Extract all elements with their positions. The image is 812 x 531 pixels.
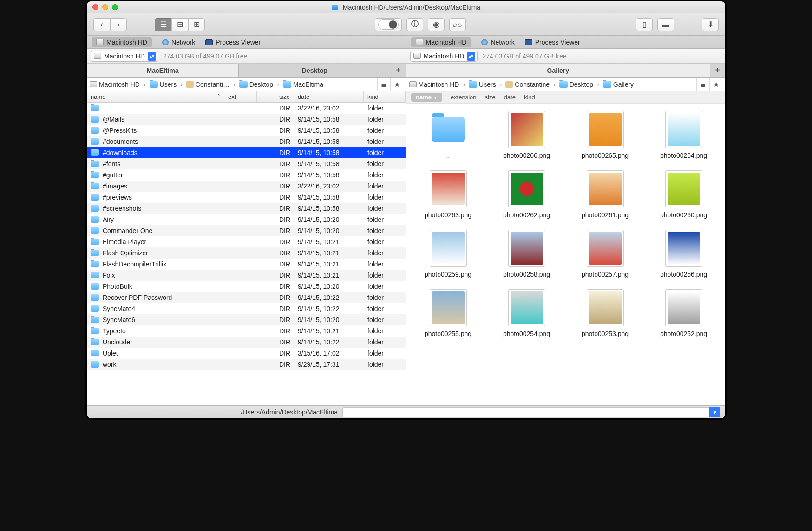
- source-process-viewer-right[interactable]: Process Viewer: [525, 39, 580, 46]
- file-row[interactable]: Elmedia PlayerDIR9/14/15, 10:21folder: [87, 236, 406, 247]
- source-macintosh-hd-right[interactable]: Macintosh HD: [411, 37, 471, 47]
- gallery-item[interactable]: ..: [411, 111, 485, 159]
- file-row[interactable]: #documentsDIR9/14/15, 10:58folder: [87, 136, 406, 147]
- sort-name-pill[interactable]: name▼: [411, 93, 442, 102]
- tab-maceltima[interactable]: MacEltima: [87, 64, 239, 77]
- gallery-item[interactable]: photo00262.png: [490, 170, 563, 219]
- file-row[interactable]: FolxDIR9/14/15, 10:21folder: [87, 270, 406, 281]
- source-macintosh-hd-left[interactable]: Macintosh HD: [92, 37, 152, 47]
- gallery-item[interactable]: photo00265.png: [568, 111, 642, 159]
- file-row[interactable]: #gutterDIR9/14/15, 10:58folder: [87, 169, 406, 181]
- favorite-toggle[interactable]: ★: [390, 78, 403, 91]
- volume-select-right[interactable]: Macintosh HD ▴▾: [410, 51, 478, 62]
- breadcrumb-item[interactable]: Constantine: [505, 81, 550, 88]
- gallery-item[interactable]: photo00253.png: [568, 289, 642, 337]
- add-tab-right[interactable]: +: [710, 64, 725, 77]
- source-network-right[interactable]: Network: [481, 39, 514, 46]
- file-row[interactable]: TypeetoDIR9/14/15, 10:21folder: [87, 325, 406, 337]
- toggle-switch[interactable]: [375, 18, 402, 31]
- file-row[interactable]: ..DIR3/22/16, 23:02folder: [87, 103, 406, 114]
- breadcrumb-item[interactable]: Desktop: [559, 81, 593, 88]
- file-row[interactable]: PhotoBulkDIR9/14/15, 10:20folder: [87, 281, 406, 292]
- preview-button[interactable]: ◉: [428, 18, 445, 31]
- gallery-item-label: photo00264.png: [660, 152, 707, 159]
- file-row[interactable]: #imagesDIR3/22/16, 23:02folder: [87, 181, 406, 192]
- nav-forward-button[interactable]: ›: [110, 18, 127, 31]
- view-list-button[interactable]: ☰: [155, 18, 171, 31]
- breadcrumb-item[interactable]: Users: [150, 81, 177, 88]
- gallery-item[interactable]: photo00258.png: [490, 230, 563, 278]
- gallery-item[interactable]: photo00260.png: [647, 170, 720, 219]
- path-dropdown-button[interactable]: ▼: [709, 407, 720, 417]
- tab-desktop[interactable]: Desktop: [239, 64, 391, 77]
- file-row[interactable]: #screenshotsDIR9/14/15, 10:58folder: [87, 203, 406, 214]
- gallery-item[interactable]: photo00252.png: [647, 289, 720, 337]
- breadcrumb-item[interactable]: Macintosh HD: [409, 81, 459, 88]
- chevron-right-icon: ›: [551, 81, 557, 88]
- archive-button[interactable]: ▯: [636, 18, 653, 31]
- gallery-item[interactable]: photo00263.png: [411, 170, 485, 219]
- file-list-left[interactable]: ..DIR3/22/16, 23:02folder@MailsDIR9/14/1…: [87, 103, 406, 405]
- source-network-left[interactable]: Network: [162, 39, 195, 46]
- gallery-item[interactable]: photo00259.png: [411, 230, 485, 278]
- file-date: 9/14/15, 10:21: [294, 272, 364, 279]
- gallery-item[interactable]: photo00256.png: [647, 230, 720, 278]
- col-name[interactable]: name˄: [87, 91, 224, 102]
- tab-gallery[interactable]: Gallery: [406, 64, 711, 77]
- nav-back-button[interactable]: ‹: [93, 18, 110, 31]
- gallery-item[interactable]: photo00261.png: [568, 170, 642, 219]
- add-tab-left[interactable]: +: [391, 64, 406, 77]
- gallery-item[interactable]: photo00266.png: [490, 111, 563, 159]
- file-row[interactable]: UpletDIR3/15/16, 17:02folder: [87, 348, 406, 359]
- volume-select-left[interactable]: Macintosh HD ▴▾: [91, 51, 158, 62]
- source-process-viewer-left[interactable]: Process Viewer: [205, 39, 261, 46]
- breadcrumb-item[interactable]: Users: [469, 81, 496, 88]
- folder-icon: [603, 81, 611, 88]
- gallery-item[interactable]: photo00255.png: [411, 289, 485, 337]
- chevron-right-icon: ›: [142, 81, 148, 88]
- breadcrumb-item[interactable]: Constanti…: [186, 81, 229, 88]
- breadcrumb-item[interactable]: Macintosh HD: [90, 81, 140, 88]
- file-row[interactable]: Commander OneDIR9/14/15, 10:20folder: [87, 225, 406, 236]
- gallery-item[interactable]: photo00257.png: [568, 230, 642, 278]
- path-input[interactable]: [342, 407, 709, 417]
- share-button[interactable]: ▬: [657, 18, 674, 31]
- file-row[interactable]: workDIR9/29/15, 17:31folder: [87, 359, 406, 370]
- col-kind[interactable]: kind: [364, 91, 406, 102]
- sort-extension[interactable]: extension: [451, 94, 477, 101]
- file-row[interactable]: Recover PDF PasswordDIR9/14/15, 10:22fol…: [87, 292, 406, 303]
- view-mode-toggle[interactable]: ≣: [377, 78, 390, 91]
- view-icons-button[interactable]: ⊞: [188, 18, 205, 31]
- col-ext[interactable]: ext: [224, 91, 257, 102]
- folder-icon: [469, 81, 477, 88]
- info-button[interactable]: ⓘ: [406, 18, 423, 31]
- file-row[interactable]: SyncMate6DIR9/14/15, 10:20folder: [87, 314, 406, 325]
- breadcrumb-item[interactable]: Gallery: [603, 81, 634, 88]
- col-date[interactable]: date: [294, 91, 364, 102]
- file-row[interactable]: SyncMate4DIR9/14/15, 10:22folder: [87, 303, 406, 314]
- file-row[interactable]: AiryDIR9/14/15, 10:20folder: [87, 214, 406, 225]
- search-button[interactable]: ⌕⌕: [449, 18, 466, 31]
- file-row[interactable]: @PressKitsDIR9/14/15, 10:58folder: [87, 125, 406, 136]
- sort-kind[interactable]: kind: [524, 94, 535, 101]
- view-mode-toggle[interactable]: ≣: [696, 78, 709, 91]
- file-row[interactable]: FlashDecompilerTrillixDIR9/14/15, 10:21f…: [87, 259, 406, 270]
- view-columns-button[interactable]: ⊟: [171, 18, 188, 31]
- file-row[interactable]: UnclouderDIR9/14/15, 10:22folder: [87, 337, 406, 348]
- breadcrumb-item[interactable]: MacEltima: [283, 81, 323, 88]
- file-row[interactable]: Flash OptimizerDIR9/14/15, 10:21folder: [87, 247, 406, 259]
- download-button[interactable]: ⬇: [702, 18, 719, 31]
- file-row[interactable]: #downloadsDIR9/14/15, 10:58folder: [87, 147, 406, 158]
- sort-size[interactable]: size: [485, 94, 496, 101]
- sort-date[interactable]: date: [504, 94, 516, 101]
- gallery-grid[interactable]: ..photo00266.pngphoto00265.pngphoto00264…: [406, 104, 725, 405]
- gallery-sort-header: name▼ extension size date kind: [406, 91, 725, 104]
- col-size[interactable]: size: [257, 91, 294, 102]
- favorite-toggle[interactable]: ★: [709, 78, 722, 91]
- gallery-item[interactable]: photo00264.png: [647, 111, 720, 159]
- breadcrumb-item[interactable]: Desktop: [239, 81, 273, 88]
- file-row[interactable]: #previewsDIR9/14/15, 10:58folder: [87, 192, 406, 203]
- file-row[interactable]: @MailsDIR9/14/15, 10:58folder: [87, 114, 406, 125]
- gallery-item[interactable]: photo00254.png: [490, 289, 563, 337]
- file-row[interactable]: #fontsDIR9/14/15, 10:58folder: [87, 158, 406, 169]
